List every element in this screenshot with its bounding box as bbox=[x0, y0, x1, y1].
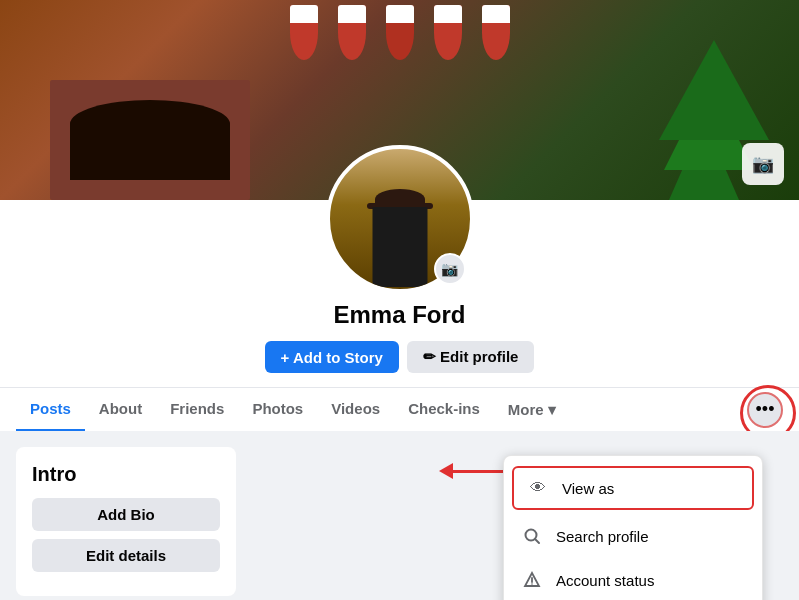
edit-details-button[interactable]: Edit details bbox=[32, 539, 220, 572]
avatar-camera-button[interactable]: 📷 bbox=[434, 253, 466, 285]
content-area: Intro Add Bio Edit details 👁 View as bbox=[0, 431, 799, 600]
stocking-4 bbox=[434, 5, 462, 60]
dropdown-menu: 👁 View as Search profile bbox=[503, 455, 763, 600]
search-icon bbox=[520, 524, 544, 548]
nav-more-button[interactable]: More ▾ bbox=[494, 389, 570, 431]
tree-layer-1 bbox=[659, 40, 769, 140]
stocking-2 bbox=[338, 5, 366, 60]
dots-icon: ••• bbox=[756, 399, 775, 420]
avatar-container: 📷 bbox=[326, 145, 474, 293]
avatar-hat bbox=[375, 189, 425, 209]
stocking-5 bbox=[482, 5, 510, 60]
avatar-person bbox=[360, 179, 440, 289]
profile-name: Emma Ford bbox=[333, 301, 465, 329]
view-as-label: View as bbox=[562, 480, 614, 497]
cover-camera-button[interactable]: 📷 bbox=[742, 143, 784, 185]
profile-section: 📷 Emma Ford + Add to Story ✏ Edit profil… bbox=[0, 200, 799, 387]
avatar-camera-icon: 📷 bbox=[441, 261, 458, 277]
account-status-label: Account status bbox=[556, 572, 654, 589]
profile-actions: + Add to Story ✏ Edit profile bbox=[265, 341, 535, 387]
tab-photos[interactable]: Photos bbox=[238, 388, 317, 432]
cover-camera-icon: 📷 bbox=[752, 153, 774, 175]
dropdown-item-view-as[interactable]: 👁 View as bbox=[512, 466, 754, 510]
search-profile-label: Search profile bbox=[556, 528, 649, 545]
tab-posts[interactable]: Posts bbox=[16, 388, 85, 432]
arrow-line bbox=[453, 470, 503, 473]
tab-about[interactable]: About bbox=[85, 388, 156, 432]
more-label: More bbox=[508, 401, 544, 418]
edit-profile-button[interactable]: ✏ Edit profile bbox=[407, 341, 535, 373]
intro-title: Intro bbox=[32, 463, 220, 486]
dropdown-item-account-status[interactable]: Account status bbox=[504, 558, 762, 600]
svg-point-3 bbox=[531, 583, 533, 585]
tab-checkins[interactable]: Check-ins bbox=[394, 388, 494, 432]
tab-friends[interactable]: Friends bbox=[156, 388, 238, 432]
cover-fireplace bbox=[50, 80, 250, 200]
chevron-down-icon: ▾ bbox=[548, 401, 556, 419]
warning-icon bbox=[520, 568, 544, 592]
highlight-arrow bbox=[439, 463, 503, 479]
add-to-story-button[interactable]: + Add to Story bbox=[265, 341, 399, 373]
nav-dots-button[interactable]: ••• bbox=[747, 392, 783, 428]
nav-tabs: Posts About Friends Photos Videos Check-… bbox=[0, 387, 799, 431]
add-bio-button[interactable]: Add Bio bbox=[32, 498, 220, 531]
view-as-icon: 👁 bbox=[526, 476, 550, 500]
svg-line-1 bbox=[535, 539, 539, 543]
stocking-1 bbox=[290, 5, 318, 60]
intro-box: Intro Add Bio Edit details bbox=[16, 447, 236, 596]
avatar-body bbox=[372, 207, 427, 287]
arrow-head bbox=[439, 463, 453, 479]
tab-videos[interactable]: Videos bbox=[317, 388, 394, 432]
dropdown-item-search-profile[interactable]: Search profile bbox=[504, 514, 762, 558]
stocking-3 bbox=[386, 5, 414, 60]
